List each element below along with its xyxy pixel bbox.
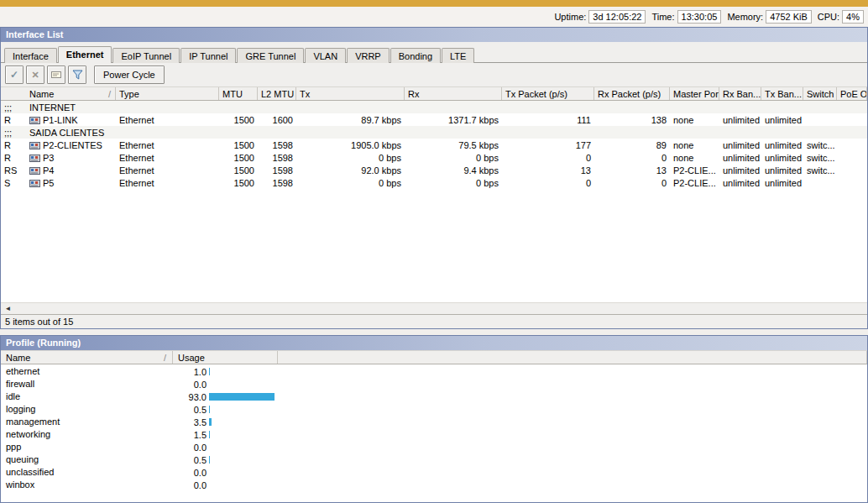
column-header-mtu[interactable]: MTU: [219, 87, 258, 100]
profile-usage-value: 0.0: [178, 380, 207, 390]
profile-name: firewall: [1, 377, 173, 390]
comment-row[interactable]: ;;; SAIDA CLIENTES: [1, 126, 867, 139]
row-flag: R: [1, 113, 26, 126]
profile-row[interactable]: queuing 0.5: [1, 453, 867, 465]
profile-row-filler: [278, 440, 867, 453]
profile-row[interactable]: ethernet 1.0: [1, 364, 867, 377]
profile-row-filler: [278, 377, 867, 390]
power-cycle-button[interactable]: Power Cycle: [94, 65, 165, 84]
column-header-label: Rx Ban...: [723, 89, 761, 99]
column-header-poe-out[interactable]: PoE Ou...: [837, 87, 867, 100]
column-header-label: Name: [29, 89, 54, 100]
column-header-tx[interactable]: Tx: [296, 87, 405, 100]
profile-usage-cell: 0.0: [173, 440, 278, 453]
ethernet-interface-icon: [29, 166, 40, 176]
profile-usage-value: 0.5: [178, 455, 207, 465]
interface-mtu: 1500: [219, 113, 258, 126]
column-header-name[interactable]: Name /: [1, 87, 116, 100]
column-header-type[interactable]: Type: [116, 87, 219, 100]
column-header-master-port[interactable]: Master Port: [670, 87, 719, 100]
tab[interactable]: Ethernet: [58, 46, 112, 63]
usage-bar: [209, 393, 275, 401]
interface-l2mtu: 1598: [258, 164, 296, 176]
column-header-l2mtu[interactable]: L2 MTU: [258, 87, 296, 100]
profile-row[interactable]: logging 0.5: [1, 402, 867, 415]
tab[interactable]: GRE Tunnel: [237, 48, 304, 63]
column-header-rx-packet[interactable]: Rx Packet (p/s): [594, 87, 670, 100]
column-header-label: Switch: [807, 89, 834, 99]
column-header-usage[interactable]: Usage: [173, 351, 278, 364]
stat-label: Time:: [651, 12, 674, 22]
interface-row[interactable]: R P1-LINK Ethernet 1500 1600 89.7 kbps 1…: [1, 113, 867, 126]
row-flag: ;;;: [1, 126, 26, 139]
interface-row[interactable]: R P3 Ethernet 1500 1598 0 bps 0 bps 0 0: [1, 151, 867, 164]
tab[interactable]: VLAN: [305, 48, 346, 63]
tab-label: EoIP Tunnel: [121, 51, 171, 61]
profile-row[interactable]: unclassified 0.0: [1, 465, 867, 478]
profile-row[interactable]: ppp 0.0: [1, 440, 867, 453]
profile-usage-cell: 1.5: [173, 427, 278, 440]
tab[interactable]: Interface: [4, 48, 57, 63]
column-header-label: Tx Ban...: [765, 89, 802, 99]
profile-row-filler: [278, 364, 867, 377]
interface-poe-out: [837, 164, 867, 176]
interface-rx: 1371.7 kbps: [405, 113, 502, 126]
interface-name: P1-LINK: [43, 115, 78, 125]
tab[interactable]: LTE: [442, 48, 474, 63]
comment-row[interactable]: ;;; INTERNET: [1, 101, 867, 113]
interface-name-cell: P5: [26, 176, 116, 189]
disable-button[interactable]: ✕: [26, 65, 44, 84]
stat-value: 4752 KiB: [766, 10, 812, 24]
interface-list-titlebar[interactable]: Interface List: [1, 28, 867, 42]
profile-titlebar[interactable]: Profile (Running): [1, 336, 867, 350]
ethernet-interface-icon: [29, 154, 40, 163]
profile-name: idle: [1, 390, 173, 402]
interface-master-port: none: [670, 113, 719, 126]
column-header-name[interactable]: Name /: [1, 351, 173, 364]
column-header-switch[interactable]: Switch: [803, 87, 837, 100]
interface-rx: 9.4 kbps: [405, 164, 502, 176]
row-flag: R: [1, 151, 26, 164]
column-header-rx-bandwidth[interactable]: Rx Ban...: [719, 87, 761, 100]
interface-rx: 79.5 kbps: [405, 139, 502, 151]
check-icon: ✓: [10, 69, 18, 81]
sort-ascending-icon: /: [108, 89, 112, 100]
interface-row[interactable]: R P2-CLIENTES Ethernet 1500 1598 1905.0 …: [1, 139, 867, 151]
tab[interactable]: EoIP Tunnel: [112, 48, 180, 63]
column-header-rx[interactable]: Rx: [405, 87, 502, 100]
horizontal-scrollbar[interactable]: ◄: [1, 302, 867, 314]
stat-label: Memory:: [727, 12, 763, 22]
tab[interactable]: Bonding: [390, 48, 441, 63]
column-header-tx-bandwidth[interactable]: Tx Ban...: [761, 87, 803, 100]
scroll-left-icon[interactable]: ◄: [3, 304, 13, 314]
filter-button[interactable]: [68, 65, 86, 84]
items-count-text: 5 items out of 15: [5, 317, 73, 327]
profile-row[interactable]: firewall 0.0: [1, 377, 867, 390]
system-stats-toolbar: Uptime: 3d 12:05:22 Time: 13:30:05 Memor…: [0, 7, 868, 26]
profile-usage-cell: 0.0: [173, 478, 278, 490]
sort-ascending-icon: /: [164, 353, 167, 364]
interface-row[interactable]: RS P4 Ethernet 1500 1598 92.0 kbps 9.4 k…: [1, 164, 867, 176]
interface-tx-packet: 111: [502, 113, 594, 126]
profile-usage-cell: 93.0: [173, 390, 278, 402]
interface-l2mtu: 1598: [258, 139, 296, 151]
interface-type: Ethernet: [116, 164, 219, 176]
interface-rx-bandwidth: unlimited: [719, 151, 761, 164]
profile-row[interactable]: networking 1.5: [1, 427, 867, 440]
tab[interactable]: IP Tunnel: [180, 48, 236, 63]
interface-l2mtu: 1598: [258, 151, 296, 164]
comment-button[interactable]: [47, 65, 65, 84]
profile-row[interactable]: management 3.5: [1, 415, 867, 427]
profile-usage-cell: 3.5: [173, 415, 278, 427]
profile-row[interactable]: idle 93.0: [1, 390, 867, 402]
tab[interactable]: VRRP: [347, 48, 390, 63]
usage-bar: [209, 368, 210, 375]
enable-button[interactable]: ✓: [5, 65, 24, 84]
comment-text: SAIDA CLIENTES: [26, 126, 867, 139]
interface-tx-packet: 0: [502, 176, 594, 189]
profile-row[interactable]: winbox 0.0: [1, 478, 867, 490]
interface-name-cell: P4: [26, 164, 116, 176]
column-header-tx-packet[interactable]: Tx Packet (p/s): [502, 87, 594, 100]
interface-row[interactable]: S P5 Ethernet 1500 1598 0 bps 0 bps 0 0: [1, 176, 867, 189]
column-header-label: Name: [6, 353, 30, 364]
